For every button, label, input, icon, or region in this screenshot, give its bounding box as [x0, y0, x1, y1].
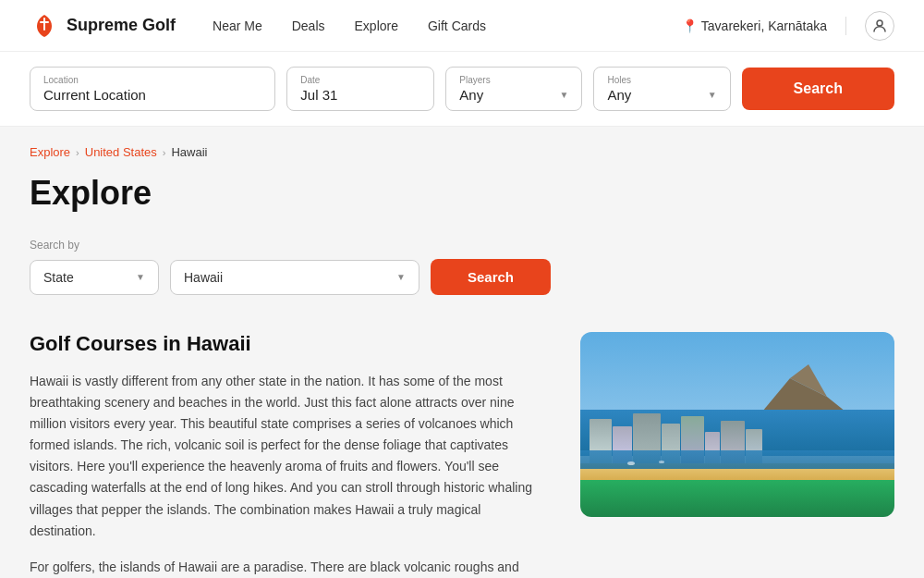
location-field[interactable]: Location Current Location	[30, 67, 275, 111]
header: Supreme Golf Near Me Deals Explore Gift …	[0, 0, 924, 52]
location-pin-icon: 📍	[682, 18, 698, 33]
players-arrow-icon: ▼	[560, 90, 569, 100]
page-title: Explore	[30, 174, 894, 213]
date-label: Date	[300, 75, 420, 85]
user-profile-button[interactable]	[865, 11, 894, 41]
breadcrumb-sep-1: ›	[76, 147, 79, 158]
logo-text: Supreme Golf	[67, 16, 176, 35]
explore-search-row: State ▼ Hawaii ▼ Search	[30, 259, 894, 295]
breadcrumb-united-states[interactable]: United States	[85, 145, 157, 159]
search-by-section: Search by State ▼ Hawaii ▼ Search	[30, 239, 894, 295]
logo-icon	[30, 11, 59, 41]
golf-section: Golf Courses in Hawaii Hawaii is vastly …	[30, 332, 894, 578]
user-location-display: 📍 Tavarekeri, Karnātaka	[682, 18, 827, 33]
date-field[interactable]: Date Jul 31	[286, 67, 434, 111]
breadcrumb-sep-2: ›	[163, 147, 166, 158]
hawaii-dropdown-arrow: ▼	[396, 272, 406, 282]
players-label: Players	[459, 75, 568, 85]
search-by-label: Search by	[30, 239, 894, 252]
holes-label: Holes	[607, 75, 716, 85]
location-label: Location	[43, 75, 261, 85]
main-nav: Near Me Deals Explore Gift Cards	[213, 18, 682, 33]
boat-2	[659, 461, 664, 463]
players-value: Any	[459, 87, 483, 103]
hawaii-dropdown[interactable]: Hawaii ▼	[170, 260, 419, 295]
holes-field[interactable]: Holes Any ▼	[593, 67, 730, 111]
search-button-explore[interactable]: Search	[431, 259, 551, 295]
nav-near-me[interactable]: Near Me	[213, 18, 262, 33]
state-dropdown[interactable]: State ▼	[30, 260, 159, 295]
logo[interactable]: Supreme Golf	[30, 11, 176, 41]
main-content: Explore › United States › Hawaii Explore…	[0, 127, 924, 578]
breadcrumb-explore[interactable]: Explore	[30, 145, 70, 159]
holes-value: Any	[607, 87, 631, 103]
user-location-text: Tavarekeri, Karnātaka	[701, 18, 827, 33]
golf-paragraph-2: For golfers, the islands of Hawaii are a…	[30, 557, 543, 578]
golf-section-title: Golf Courses in Hawaii	[30, 332, 543, 356]
header-divider	[845, 17, 846, 35]
state-dropdown-arrow: ▼	[136, 272, 145, 282]
golf-text: Golf Courses in Hawaii Hawaii is vastly …	[30, 332, 543, 578]
search-button-main[interactable]: Search	[742, 68, 894, 110]
water-strip	[580, 450, 894, 469]
location-value: Current Location	[43, 87, 261, 103]
svg-point-0	[877, 20, 882, 26]
state-dropdown-value: State	[43, 270, 74, 285]
players-field[interactable]: Players Any ▼	[445, 67, 582, 111]
date-value: Jul 31	[300, 87, 420, 103]
nav-gift-cards[interactable]: Gift Cards	[428, 18, 486, 33]
nav-explore[interactable]: Explore	[355, 18, 398, 33]
trees	[580, 480, 894, 517]
golf-paragraph-1: Hawaii is vastly different from any othe…	[30, 371, 543, 542]
golf-image	[580, 332, 894, 517]
search-bar: Location Current Location Date Jul 31 Pl…	[0, 52, 924, 127]
breadcrumb: Explore › United States › Hawaii	[30, 145, 894, 159]
hawaii-beach-scene	[580, 332, 894, 517]
header-right: 📍 Tavarekeri, Karnātaka	[682, 11, 894, 41]
user-icon	[871, 18, 888, 34]
boat-1	[627, 461, 635, 465]
hawaii-dropdown-value: Hawaii	[184, 270, 223, 285]
breadcrumb-current: Hawaii	[171, 145, 207, 159]
holes-arrow-icon: ▼	[708, 90, 717, 100]
nav-deals[interactable]: Deals	[292, 18, 325, 33]
